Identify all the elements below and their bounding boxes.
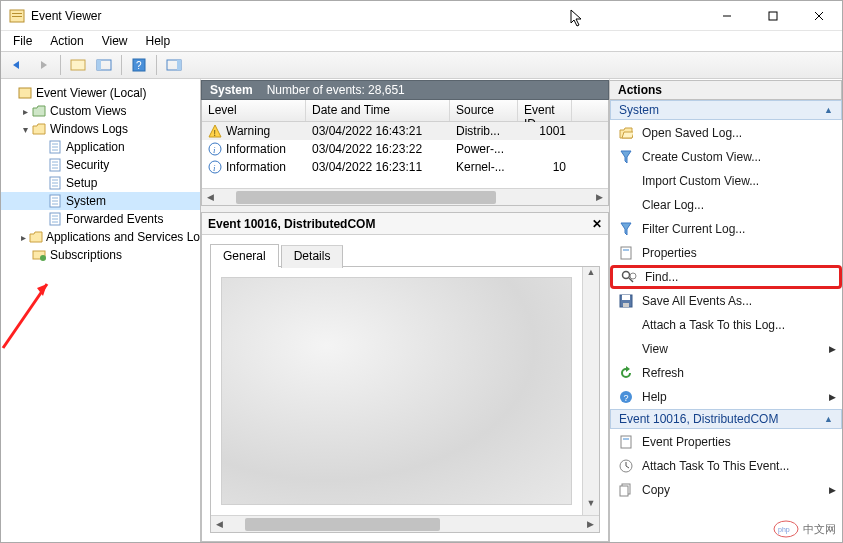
tree-item-subscriptions[interactable]: Subscriptions: [1, 246, 200, 264]
menu-action[interactable]: Action: [44, 32, 89, 50]
tree-item-label: Security: [66, 158, 109, 172]
action-label: Help: [642, 390, 667, 404]
cell-eventid: 1001: [518, 124, 572, 138]
tree-item-setup[interactable]: Setup: [1, 174, 200, 192]
action-attach-task-to-this-event[interactable]: Attach Task To This Event...: [610, 454, 842, 478]
log-icon: [47, 175, 63, 191]
tree-item-windows-logs[interactable]: ▾Windows Logs: [1, 120, 200, 138]
help-button[interactable]: ?: [127, 54, 151, 76]
col-eventid[interactable]: Event ID: [518, 100, 572, 121]
action-import-custom-view[interactable]: Import Custom View...: [610, 169, 842, 193]
minimize-button[interactable]: [704, 1, 750, 31]
col-datetime[interactable]: Date and Time: [306, 100, 450, 121]
action-filter-current-log[interactable]: Filter Current Log...: [610, 217, 842, 241]
tree-item-label: Subscriptions: [50, 248, 122, 262]
help-icon: ?: [618, 389, 634, 405]
action-open-saved-log[interactable]: Open Saved Log...: [610, 121, 842, 145]
actions-pane: Actions System ▲ Open Saved Log...Create…: [610, 79, 842, 542]
menubar: File Action View Help: [1, 31, 842, 51]
close-button[interactable]: [796, 1, 842, 31]
menu-file[interactable]: File: [7, 32, 38, 50]
tree-item-custom-views[interactable]: ▸Custom Views: [1, 102, 200, 120]
table-row[interactable]: iInformation03/04/2022 16:23:22Power-...: [202, 140, 608, 158]
titlebar: Event Viewer: [1, 1, 842, 31]
table-header: Level Date and Time Source Event ID: [202, 100, 608, 122]
svg-rect-55: [623, 438, 629, 440]
col-level[interactable]: Level: [202, 100, 306, 121]
cell-eventid: 10: [518, 160, 572, 174]
log-icon: [47, 157, 63, 173]
collapse-icon: ▲: [824, 105, 833, 115]
action-label: Import Custom View...: [642, 174, 759, 188]
actions-group-event[interactable]: Event 10016, DistributedCOM ▲: [610, 409, 842, 429]
expand-icon[interactable]: ▸: [19, 106, 31, 117]
show-tree-button[interactable]: [66, 54, 90, 76]
scroll-left-icon[interactable]: ◀: [211, 516, 228, 533]
tab-details[interactable]: Details: [281, 245, 344, 268]
info-icon: i: [208, 160, 222, 174]
action-save-all-events-as[interactable]: Save All Events As...: [610, 289, 842, 313]
col-source[interactable]: Source: [450, 100, 518, 121]
action-event-properties[interactable]: Event Properties: [610, 430, 842, 454]
tree-item-forwarded-events[interactable]: Forwarded Events: [1, 210, 200, 228]
svg-rect-44: [621, 247, 631, 259]
table-hscroll[interactable]: ◀ ▶: [202, 188, 608, 205]
tree-item-label: Application: [66, 140, 125, 154]
tree-item-applications-and-services-lo[interactable]: ▸Applications and Services Lo: [1, 228, 200, 246]
svg-text:php: php: [778, 526, 790, 534]
tree-item-system[interactable]: System: [1, 192, 200, 210]
layout-button[interactable]: [162, 54, 186, 76]
cell-datetime: 03/04/2022 16:23:11: [306, 160, 450, 174]
menu-help[interactable]: Help: [140, 32, 177, 50]
details-hscroll[interactable]: ◀ ▶: [211, 515, 599, 532]
find-icon: [621, 269, 637, 285]
action-view[interactable]: View▶: [610, 337, 842, 361]
action-label: Create Custom View...: [642, 150, 761, 164]
action-label: Open Saved Log...: [642, 126, 742, 140]
back-button[interactable]: [5, 54, 29, 76]
action-help[interactable]: ?Help▶: [610, 385, 842, 409]
action-find[interactable]: Find...: [610, 265, 842, 289]
events-header: System Number of events: 28,651: [201, 80, 609, 100]
scroll-left-icon[interactable]: ◀: [202, 189, 219, 206]
expand-icon[interactable]: ▾: [19, 124, 31, 135]
action-properties[interactable]: Properties: [610, 241, 842, 265]
action-attach-a-task-to-this-log[interactable]: Attach a Task To this Log...: [610, 313, 842, 337]
action-label: Event Properties: [642, 435, 731, 449]
maximize-button[interactable]: [750, 1, 796, 31]
action-copy[interactable]: Copy▶: [610, 478, 842, 502]
cell-level: Warning: [226, 124, 270, 138]
scroll-right-icon[interactable]: ▶: [582, 516, 599, 533]
filter-icon: [618, 221, 634, 237]
props-icon: [618, 434, 634, 450]
table-row[interactable]: iInformation03/04/2022 16:23:11Kernel-..…: [202, 158, 608, 176]
expand-icon[interactable]: ▸: [19, 232, 29, 243]
event-preview: [221, 277, 572, 505]
toolbar: ?: [1, 51, 842, 79]
info-icon: i: [208, 142, 222, 156]
action-label: View: [642, 342, 668, 356]
actions-title: Actions: [610, 80, 842, 100]
eventviewer-icon: [17, 85, 33, 101]
action-label: Properties: [642, 246, 697, 260]
tree-root[interactable]: Event Viewer (Local): [1, 84, 200, 102]
action-clear-log[interactable]: Clear Log...: [610, 193, 842, 217]
action-label: Refresh: [642, 366, 684, 380]
menu-view[interactable]: View: [96, 32, 134, 50]
forward-button[interactable]: [31, 54, 55, 76]
scroll-right-icon[interactable]: ▶: [591, 189, 608, 206]
task-icon: [618, 458, 634, 474]
actions-group-system[interactable]: System ▲: [610, 100, 842, 120]
svg-rect-60: [620, 486, 628, 496]
svg-rect-1: [12, 13, 22, 14]
tab-general[interactable]: General: [210, 244, 279, 267]
action-refresh[interactable]: Refresh: [610, 361, 842, 385]
tree-item-application[interactable]: Application: [1, 138, 200, 156]
tree-item-security[interactable]: Security: [1, 156, 200, 174]
action-create-custom-view[interactable]: Create Custom View...: [610, 145, 842, 169]
panel-button[interactable]: [92, 54, 116, 76]
details-close-button[interactable]: ✕: [592, 217, 602, 231]
tree-item-label: Windows Logs: [50, 122, 128, 136]
table-row[interactable]: !Warning03/04/2022 16:43:21Distrib...100…: [202, 122, 608, 140]
details-vscroll[interactable]: ▲ ▼: [582, 267, 599, 515]
